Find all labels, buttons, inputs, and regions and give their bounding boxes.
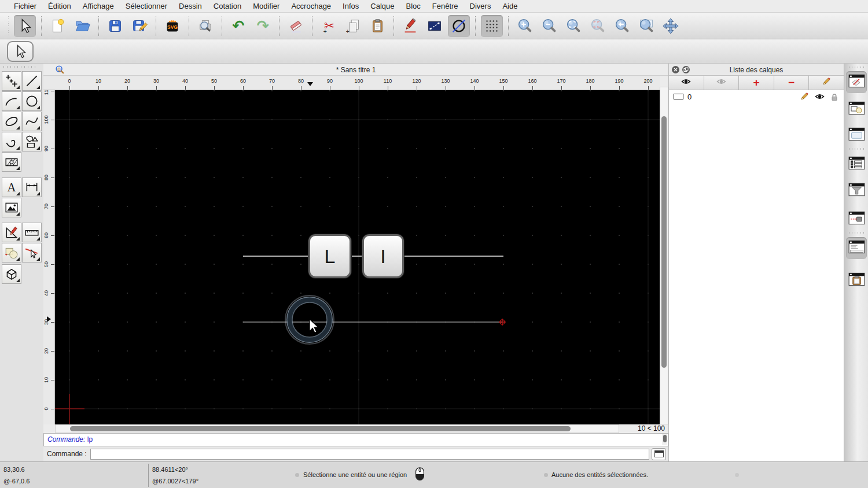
polyline-tool-button[interactable] <box>2 132 21 151</box>
eraser-button[interactable] <box>285 15 307 37</box>
polyline-tool-icon <box>4 134 19 149</box>
command-input[interactable] <box>90 449 649 460</box>
spline-tool-button[interactable] <box>22 112 42 131</box>
menu-fenetre[interactable]: Fenêtre <box>426 2 464 10</box>
modify-tool-button[interactable] <box>2 243 21 263</box>
print-preview-button[interactable] <box>194 15 216 37</box>
dock-drag-handle[interactable] <box>849 66 864 68</box>
pen-settings-toggle-button[interactable] <box>846 208 867 230</box>
hatch-tool-button[interactable] <box>2 152 21 172</box>
vertical-scrollbar[interactable] <box>660 87 668 424</box>
add-layer-button[interactable]: + <box>739 76 774 90</box>
layer-row[interactable]: 0 <box>669 90 844 103</box>
command-window-button[interactable] <box>652 448 666 460</box>
selection-filter-toggle-button[interactable] <box>846 180 867 202</box>
selection-arrow-button[interactable] <box>14 15 36 37</box>
layer-visibility-button[interactable] <box>814 92 825 101</box>
ruler-tick <box>51 91 54 91</box>
menu-dessin[interactable]: Dessin <box>173 2 208 10</box>
grid-toggle-button[interactable] <box>481 15 503 37</box>
layer-list-toggle-button[interactable] <box>846 71 867 93</box>
zoom-selection-button[interactable] <box>587 15 609 37</box>
zoom-out-button[interactable] <box>538 15 560 37</box>
drawing-canvas[interactable]: L I <box>55 90 660 424</box>
text-tool-button[interactable]: A <box>2 178 21 197</box>
edit-layer-button[interactable] <box>809 76 844 90</box>
points-tool-button[interactable] <box>2 71 21 91</box>
image-tool-button[interactable] <box>2 198 21 217</box>
hatch-tool-icon <box>4 154 19 169</box>
layer-lock-icon[interactable] <box>830 93 839 101</box>
remove-layer-button[interactable]: − <box>774 76 810 90</box>
zoom-window-button[interactable] <box>635 15 657 37</box>
ruler-label: 100 <box>43 111 49 128</box>
command-history-scrollbar-thumb[interactable] <box>663 435 667 442</box>
menu-selectionner[interactable]: Sélectionner <box>120 2 173 10</box>
menu-divers[interactable]: Divers <box>464 2 497 10</box>
line-box-button[interactable] <box>424 15 446 37</box>
menu-aide[interactable]: Aide <box>496 2 523 10</box>
dimension-tool-button[interactable] <box>22 178 42 197</box>
command-line-toggle-button[interactable] <box>846 237 867 259</box>
menu-infos[interactable]: Infos <box>337 2 365 10</box>
menu-bloc[interactable]: Bloc <box>400 2 426 10</box>
menu-fichier[interactable]: Fichier <box>8 2 42 10</box>
ruler-label: 150 <box>494 78 513 84</box>
svg-export-button[interactable]: SVG <box>161 15 183 37</box>
redo-button[interactable]: ↷ <box>252 15 274 37</box>
measure-tool-button[interactable] <box>22 223 42 242</box>
command-history-scrollbar[interactable] <box>662 434 667 445</box>
property-editor-toggle-button[interactable] <box>846 153 867 175</box>
zoom-auto-button[interactable] <box>562 15 584 37</box>
pan-button[interactable] <box>660 15 682 37</box>
menu-calque[interactable]: Calque <box>365 2 400 10</box>
menu-modifier[interactable]: Modifier <box>247 2 285 10</box>
zoom-previous-button[interactable] <box>611 15 633 37</box>
menu-accrochage[interactable]: Accrochage <box>285 2 337 10</box>
menu-affichage[interactable]: Affichage <box>77 2 120 10</box>
undo-button[interactable]: ↶ <box>227 15 249 37</box>
library-browser-toggle-button[interactable] <box>846 124 867 146</box>
ellipse-tool-button[interactable] <box>2 112 21 131</box>
new-document-icon <box>49 17 67 35</box>
horizontal-scrollbar[interactable] <box>55 424 619 433</box>
clipboard-toggle-button[interactable] <box>846 269 867 291</box>
command-input-row: Commande : <box>43 446 668 461</box>
ruler-tick <box>446 86 446 90</box>
ruler-tick <box>98 86 99 90</box>
line-tool-button[interactable] <box>22 71 42 91</box>
toolbar-drag-handle[interactable] <box>7 16 10 36</box>
hide-all-layers-button[interactable] <box>704 76 740 90</box>
cut-button[interactable]: ✂+ <box>318 15 340 37</box>
toolbar-separator <box>156 16 156 36</box>
shapes-tool-button[interactable] <box>22 132 42 151</box>
show-all-layers-button[interactable] <box>669 76 704 90</box>
layer-edit-button[interactable] <box>799 91 810 102</box>
ruler-tick <box>185 86 186 90</box>
paste-button[interactable] <box>366 15 388 37</box>
block-list-toggle-button[interactable] <box>846 98 867 120</box>
vertical-scrollbar-thumb[interactable] <box>661 116 667 368</box>
canvas-graphics <box>55 90 660 424</box>
selection-tool-button[interactable] <box>7 41 34 62</box>
solid-3d-tool-button[interactable] <box>2 264 21 284</box>
open-file-button[interactable] <box>71 15 93 37</box>
circle-tool-button[interactable] <box>22 91 42 111</box>
horizontal-scrollbar-thumb[interactable] <box>70 426 571 431</box>
new-document-button[interactable] <box>47 15 69 37</box>
save-button[interactable] <box>104 15 126 37</box>
measure-tool-icon <box>24 225 39 240</box>
misc-draw-tool-button[interactable] <box>2 223 21 242</box>
save-as-button[interactable] <box>128 15 150 37</box>
palette-drag-handle[interactable] <box>3 66 38 68</box>
copy-button[interactable]: + <box>342 15 364 37</box>
zoom-in-button[interactable] <box>514 15 536 37</box>
ruler-tick <box>51 322 54 323</box>
menu-edition[interactable]: Édition <box>42 2 77 10</box>
snap-select-tool-button[interactable] <box>22 243 42 263</box>
arc-tool-button[interactable] <box>2 91 21 111</box>
draw-pencil-button[interactable] <box>399 15 421 37</box>
grid-toggle-icon <box>483 17 501 35</box>
circle-slash-button[interactable] <box>448 15 470 37</box>
menu-cotation[interactable]: Cotation <box>208 2 247 10</box>
